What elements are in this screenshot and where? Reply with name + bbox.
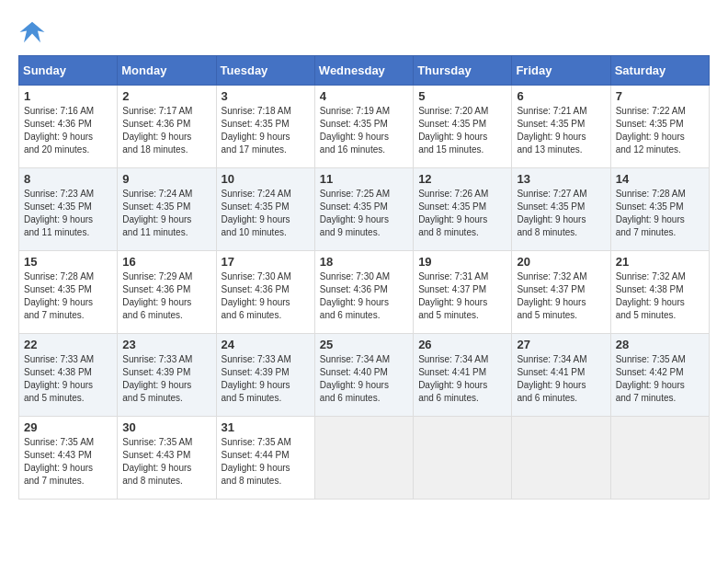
calendar-week-5: 29Sunrise: 7:35 AM Sunset: 4:43 PM Dayli… [19,417,710,500]
day-info: Sunrise: 7:30 AM Sunset: 4:36 PM Dayligh… [222,270,310,322]
header-day-saturday: Saturday [610,56,709,86]
calendar-week-3: 15Sunrise: 7:28 AM Sunset: 4:35 PM Dayli… [19,251,710,334]
calendar-cell [314,417,413,500]
day-number: 28 [616,338,704,351]
calendar-header: SundayMondayTuesdayWednesdayThursdayFrid… [19,56,710,86]
calendar-table: SundayMondayTuesdayWednesdayThursdayFrid… [18,55,710,500]
day-info: Sunrise: 7:19 AM Sunset: 4:35 PM Dayligh… [320,105,408,156]
calendar-cell: 31Sunrise: 7:35 AM Sunset: 4:44 PM Dayli… [216,417,314,500]
day-info: Sunrise: 7:28 AM Sunset: 4:35 PM Dayligh… [24,270,112,322]
day-number: 3 [222,89,310,103]
calendar-cell: 4Sunrise: 7:19 AM Sunset: 4:35 PM Daylig… [314,86,413,168]
day-info: Sunrise: 7:26 AM Sunset: 4:35 PM Dayligh… [418,188,506,239]
day-number: 23 [122,338,210,351]
day-number: 10 [222,172,310,186]
day-number: 4 [320,89,408,103]
day-number: 25 [320,338,408,351]
day-info: Sunrise: 7:33 AM Sunset: 4:39 PM Dayligh… [122,353,210,405]
header-day-monday: Monday [118,56,216,86]
day-number: 22 [24,338,112,351]
calendar-cell: 1Sunrise: 7:16 AM Sunset: 4:36 PM Daylig… [19,86,118,168]
calendar-week-4: 22Sunrise: 7:33 AM Sunset: 4:38 PM Dayli… [19,334,710,417]
calendar-cell: 29Sunrise: 7:35 AM Sunset: 4:43 PM Dayli… [19,417,118,500]
day-info: Sunrise: 7:17 AM Sunset: 4:36 PM Dayligh… [122,105,210,156]
svg-marker-0 [20,22,45,43]
header-day-tuesday: Tuesday [216,56,314,86]
day-info: Sunrise: 7:30 AM Sunset: 4:36 PM Dayligh… [320,270,408,322]
day-info: Sunrise: 7:23 AM Sunset: 4:35 PM Dayligh… [24,188,112,239]
calendar-cell: 20Sunrise: 7:32 AM Sunset: 4:37 PM Dayli… [512,251,610,334]
calendar-cell: 9Sunrise: 7:24 AM Sunset: 4:35 PM Daylig… [118,168,216,251]
calendar-cell [512,417,610,500]
day-number: 2 [122,89,210,103]
day-info: Sunrise: 7:32 AM Sunset: 4:37 PM Dayligh… [517,270,605,322]
calendar-cell: 28Sunrise: 7:35 AM Sunset: 4:42 PM Dayli… [610,334,709,417]
calendar-cell: 23Sunrise: 7:33 AM Sunset: 4:39 PM Dayli… [118,334,216,417]
day-number: 5 [418,89,506,103]
day-number: 27 [517,338,605,351]
calendar-cell: 15Sunrise: 7:28 AM Sunset: 4:35 PM Dayli… [19,251,118,334]
header-day-thursday: Thursday [414,56,512,86]
day-info: Sunrise: 7:34 AM Sunset: 4:40 PM Dayligh… [320,353,408,405]
calendar-week-1: 1Sunrise: 7:16 AM Sunset: 4:36 PM Daylig… [19,86,710,168]
calendar-cell: 5Sunrise: 7:20 AM Sunset: 4:35 PM Daylig… [414,86,512,168]
day-number: 7 [616,89,704,103]
calendar-cell: 26Sunrise: 7:34 AM Sunset: 4:41 PM Dayli… [414,334,512,417]
day-info: Sunrise: 7:34 AM Sunset: 4:41 PM Dayligh… [517,353,605,405]
day-number: 24 [222,338,310,351]
header-day-wednesday: Wednesday [314,56,413,86]
calendar-cell: 3Sunrise: 7:18 AM Sunset: 4:35 PM Daylig… [216,86,314,168]
day-number: 19 [418,255,506,269]
day-info: Sunrise: 7:24 AM Sunset: 4:35 PM Dayligh… [122,188,210,239]
calendar-cell: 27Sunrise: 7:34 AM Sunset: 4:41 PM Dayli… [512,334,610,417]
calendar-cell: 22Sunrise: 7:33 AM Sunset: 4:38 PM Dayli… [19,334,118,417]
day-number: 6 [517,89,605,103]
day-number: 20 [517,255,605,269]
day-info: Sunrise: 7:16 AM Sunset: 4:36 PM Dayligh… [24,105,112,156]
day-number: 31 [222,420,310,434]
day-info: Sunrise: 7:32 AM Sunset: 4:38 PM Dayligh… [616,270,704,322]
calendar-cell: 21Sunrise: 7:32 AM Sunset: 4:38 PM Dayli… [610,251,709,334]
day-info: Sunrise: 7:18 AM Sunset: 4:35 PM Dayligh… [222,105,310,156]
calendar-cell: 2Sunrise: 7:17 AM Sunset: 4:36 PM Daylig… [118,86,216,168]
calendar-cell: 8Sunrise: 7:23 AM Sunset: 4:35 PM Daylig… [19,168,118,251]
day-number: 17 [222,255,310,269]
calendar-cell: 13Sunrise: 7:27 AM Sunset: 4:35 PM Dayli… [512,168,610,251]
header-day-sunday: Sunday [19,56,118,86]
day-info: Sunrise: 7:35 AM Sunset: 4:43 PM Dayligh… [122,436,210,488]
day-info: Sunrise: 7:33 AM Sunset: 4:39 PM Dayligh… [222,353,310,405]
day-info: Sunrise: 7:34 AM Sunset: 4:41 PM Dayligh… [418,353,506,405]
day-info: Sunrise: 7:20 AM Sunset: 4:35 PM Dayligh… [418,105,506,156]
calendar-cell: 6Sunrise: 7:21 AM Sunset: 4:35 PM Daylig… [512,86,610,168]
header-row: SundayMondayTuesdayWednesdayThursdayFrid… [19,56,710,86]
day-number: 15 [24,255,112,269]
calendar-cell: 24Sunrise: 7:33 AM Sunset: 4:39 PM Dayli… [216,334,314,417]
day-info: Sunrise: 7:35 AM Sunset: 4:43 PM Dayligh… [24,436,112,488]
day-info: Sunrise: 7:25 AM Sunset: 4:35 PM Dayligh… [320,188,408,239]
calendar-cell: 17Sunrise: 7:30 AM Sunset: 4:36 PM Dayli… [216,251,314,334]
calendar-cell: 7Sunrise: 7:22 AM Sunset: 4:35 PM Daylig… [610,86,709,168]
logo-bird-icon [18,18,46,46]
day-number: 12 [418,172,506,186]
calendar-cell: 10Sunrise: 7:24 AM Sunset: 4:35 PM Dayli… [216,168,314,251]
calendar-cell: 12Sunrise: 7:26 AM Sunset: 4:35 PM Dayli… [414,168,512,251]
calendar-cell [414,417,512,500]
calendar-week-2: 8Sunrise: 7:23 AM Sunset: 4:35 PM Daylig… [19,168,710,251]
calendar-cell: 16Sunrise: 7:29 AM Sunset: 4:36 PM Dayli… [118,251,216,334]
calendar-cell: 25Sunrise: 7:34 AM Sunset: 4:40 PM Dayli… [314,334,413,417]
day-number: 21 [616,255,704,269]
day-info: Sunrise: 7:28 AM Sunset: 4:35 PM Dayligh… [616,188,704,239]
day-info: Sunrise: 7:24 AM Sunset: 4:35 PM Dayligh… [222,188,310,239]
day-info: Sunrise: 7:29 AM Sunset: 4:36 PM Dayligh… [122,270,210,322]
day-info: Sunrise: 7:27 AM Sunset: 4:35 PM Dayligh… [517,188,605,239]
day-info: Sunrise: 7:22 AM Sunset: 4:35 PM Dayligh… [616,105,704,156]
day-info: Sunrise: 7:31 AM Sunset: 4:37 PM Dayligh… [418,270,506,322]
header [18,18,710,46]
day-number: 30 [122,420,210,434]
day-number: 8 [24,172,112,186]
calendar-cell: 11Sunrise: 7:25 AM Sunset: 4:35 PM Dayli… [314,168,413,251]
day-number: 13 [517,172,605,186]
logo [18,18,50,46]
calendar-cell: 30Sunrise: 7:35 AM Sunset: 4:43 PM Dayli… [118,417,216,500]
day-number: 29 [24,420,112,434]
